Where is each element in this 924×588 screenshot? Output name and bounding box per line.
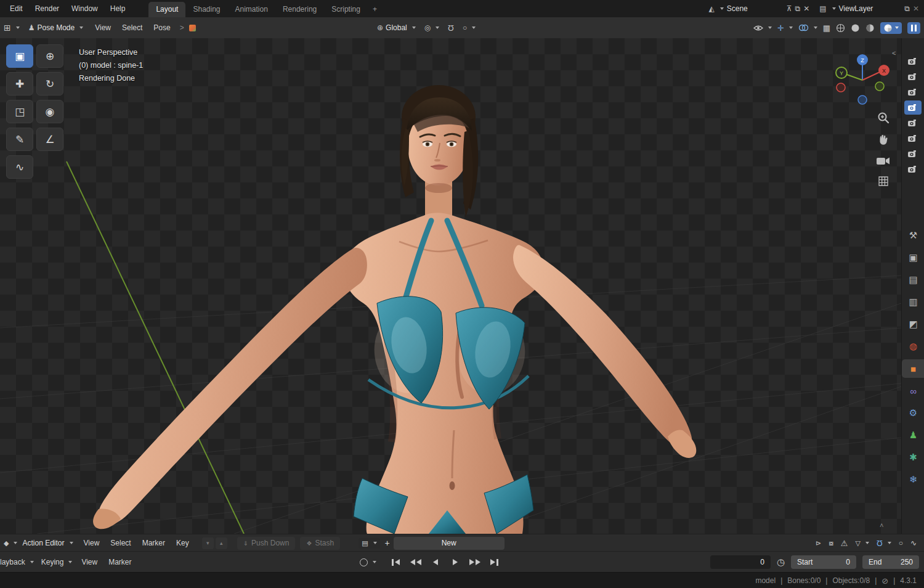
- auto-keying-toggle[interactable]: [360, 558, 376, 566]
- viewlayer-browse-icon[interactable]: ▤: [819, 4, 826, 13]
- tab-rendering[interactable]: Rendering: [275, 2, 324, 17]
- object-data-tab[interactable]: ♟: [902, 426, 924, 444]
- visibility-selector[interactable]: [753, 25, 772, 31]
- scene-selector[interactable]: ◭ Scene ⊼ ⧉ ✕: [709, 4, 810, 13]
- push-down-button[interactable]: ⇓ Push Down: [237, 537, 296, 550]
- start-frame-field[interactable]: Start 0: [791, 555, 856, 569]
- new-action-button[interactable]: New: [394, 537, 505, 550]
- remove-viewlayer-icon[interactable]: ✕: [913, 4, 919, 13]
- dope-proportional-icon[interactable]: ○: [899, 539, 903, 547]
- dope-menu-marker[interactable]: Marker: [137, 534, 171, 552]
- ortho-grid-icon[interactable]: [877, 175, 890, 187]
- outliner-camera-icon[interactable]: [904, 162, 922, 176]
- outliner-camera-icon[interactable]: [904, 70, 922, 84]
- shading-material-icon[interactable]: [865, 23, 875, 33]
- action-browse-button[interactable]: ▤: [359, 538, 379, 549]
- menu-select[interactable]: Select: [116, 17, 148, 38]
- dope-menu-key[interactable]: Key: [171, 534, 195, 552]
- navigation-gizmo[interactable]: Z X Y: [833, 51, 892, 110]
- pause-render-button[interactable]: [907, 22, 920, 34]
- world-tab[interactable]: ◍: [902, 337, 924, 356]
- shading-rendered-active[interactable]: [880, 22, 902, 34]
- outliner-camera-icon[interactable]: [904, 131, 922, 145]
- prev-keyframe-button[interactable]: [407, 555, 424, 569]
- next-keyframe-button[interactable]: [466, 555, 484, 569]
- tool-measure-button[interactable]: ∠: [36, 128, 63, 151]
- action-editor-mode-selector[interactable]: Action Editor: [22, 539, 73, 547]
- timeline-menu-marker[interactable]: Marker: [103, 552, 137, 573]
- timeline-menu-view[interactable]: View: [76, 552, 103, 573]
- viewlayer-name[interactable]: ViewLayer: [839, 4, 873, 13]
- object-tab[interactable]: ■: [902, 359, 924, 378]
- menu-help[interactable]: Help: [104, 0, 132, 17]
- constraints-tab[interactable]: ∞: [902, 382, 924, 400]
- tab-shading[interactable]: Shading: [185, 2, 227, 17]
- proportional-edit-selector[interactable]: ○: [463, 23, 476, 32]
- pan-hand-icon[interactable]: [877, 133, 890, 147]
- outliner-camera-icon[interactable]: [904, 54, 922, 68]
- playhead-icon[interactable]: ⊳: [816, 539, 821, 547]
- menu-edit[interactable]: Edit: [4, 0, 29, 17]
- stash-button[interactable]: ❖ Stash: [300, 537, 340, 550]
- tab-layout[interactable]: Layout: [148, 2, 185, 17]
- viewlayer-tab[interactable]: ▥: [902, 293, 924, 311]
- tool-pose-breakdowner-button[interactable]: ∿: [6, 155, 33, 179]
- menu-render[interactable]: Render: [29, 0, 65, 17]
- viewlayer-dropdown-caret[interactable]: [832, 7, 836, 10]
- camera-view-icon[interactable]: [876, 155, 891, 166]
- action-down-button[interactable]: ▾: [202, 537, 214, 549]
- add-workspace-button[interactable]: +: [368, 2, 382, 17]
- render-tab[interactable]: ▣: [902, 248, 924, 267]
- snap-magnet-icon[interactable]: Ω: [448, 23, 454, 33]
- orientation-selector[interactable]: ⊕ Global: [377, 23, 416, 32]
- jump-to-end-button[interactable]: [485, 555, 503, 569]
- particles-tab[interactable]: ✱: [902, 448, 924, 467]
- jump-to-start-button[interactable]: [387, 555, 405, 569]
- overlays-toggle[interactable]: [798, 24, 817, 31]
- shading-solid-icon[interactable]: [851, 23, 860, 33]
- zoom-icon[interactable]: [877, 111, 890, 125]
- action-up-button[interactable]: ▴: [216, 537, 227, 549]
- new-action-plus-icon[interactable]: +: [385, 538, 390, 548]
- menu-view[interactable]: View: [89, 17, 116, 38]
- editor-type-button[interactable]: ⊞: [4, 23, 20, 33]
- snap-target-selector[interactable]: ◎: [424, 23, 439, 32]
- falloff-icon[interactable]: ∿: [910, 539, 917, 547]
- ghost-frames-icon[interactable]: ⧇: [829, 539, 833, 547]
- tool-scale-button[interactable]: ◳: [6, 100, 33, 123]
- snapping-selector[interactable]: Ω: [877, 539, 891, 548]
- sidebar-collapse-arrow[interactable]: <: [892, 49, 896, 57]
- copy-viewlayer-icon[interactable]: ⧉: [904, 4, 910, 13]
- tool-annotate-button[interactable]: ✎: [6, 128, 33, 151]
- current-frame-field[interactable]: 0: [710, 555, 771, 569]
- end-frame-field[interactable]: End 250: [862, 555, 919, 569]
- remove-scene-icon[interactable]: ✕: [803, 4, 809, 13]
- playback-menu[interactable]: Playback: [0, 558, 34, 566]
- tool-tab[interactable]: ⚒: [902, 226, 924, 245]
- modifier-tab[interactable]: ⚙: [902, 404, 924, 422]
- shading-wireframe-icon[interactable]: [836, 23, 845, 33]
- scene-name[interactable]: Scene: [727, 4, 748, 13]
- menu-window[interactable]: Window: [65, 0, 104, 17]
- dopesheet-editor-type-button[interactable]: ◆: [4, 539, 17, 547]
- play-button[interactable]: [446, 555, 464, 569]
- viewlayer-selector[interactable]: ▤ ViewLayer ⧉ ✕: [819, 4, 919, 13]
- dope-menu-select[interactable]: Select: [105, 534, 136, 552]
- outliner-camera-icon-active[interactable]: [904, 100, 922, 115]
- tool-tweak-button[interactable]: ▣: [6, 44, 33, 68]
- keying-menu[interactable]: Keying: [41, 558, 73, 566]
- tool-transform-button[interactable]: ◉: [36, 100, 63, 123]
- gizmos-toggle[interactable]: ✛: [777, 23, 793, 33]
- outliner-camera-icon[interactable]: [904, 85, 922, 99]
- active-object-icon[interactable]: [188, 23, 197, 33]
- scene-tab[interactable]: ◩: [902, 315, 924, 333]
- menu-pose[interactable]: Pose: [148, 17, 176, 38]
- tool-move-button[interactable]: ✚: [6, 72, 33, 96]
- copy-scene-icon[interactable]: ⧉: [795, 4, 801, 13]
- viewport-3d[interactable]: User Perspective (0) model : spine-1 Ren…: [0, 38, 901, 534]
- tab-animation[interactable]: Animation: [228, 2, 275, 17]
- dope-menu-view[interactable]: View: [78, 534, 105, 552]
- physics-tab[interactable]: ❄: [902, 470, 924, 489]
- filter-button[interactable]: ▽: [856, 539, 869, 547]
- play-reverse-button[interactable]: [426, 555, 444, 569]
